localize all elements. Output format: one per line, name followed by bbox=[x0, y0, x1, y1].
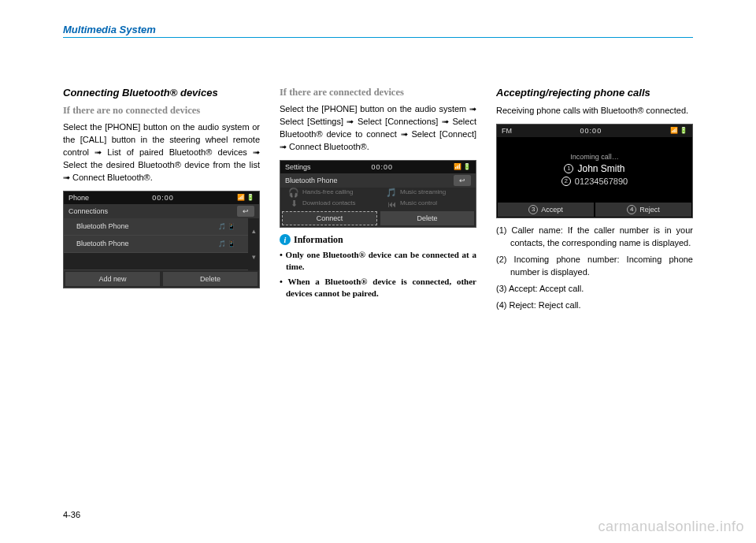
reject-label: Reject bbox=[639, 206, 660, 214]
ss2-subbar: Bluetooth Phone ↩ bbox=[280, 173, 476, 188]
caller-number-row: 2 01234567890 bbox=[561, 177, 628, 186]
heading-connecting: Connecting Bluetooth® devices bbox=[63, 87, 260, 99]
section-title: Multimedia System bbox=[63, 24, 693, 38]
ss1-topbar: Phone 00:00 📶 🔋 bbox=[64, 192, 259, 204]
caller-number: 01234567890 bbox=[575, 177, 628, 186]
accept-label: Accept bbox=[541, 206, 563, 214]
ss2-option-row-2: ⬇ Download contacts ⏮ Music control bbox=[280, 199, 476, 210]
watermark: carmanualsonline.info bbox=[598, 519, 744, 535]
subhead-connected: If there are connected devices bbox=[280, 87, 476, 99]
ss2-option-row-1: 🎧 Hands-free calling 🎵 Music streaming bbox=[280, 188, 476, 199]
phone-audio-icon: 🎵 📱 bbox=[218, 240, 235, 247]
back-icon[interactable]: ↩ bbox=[454, 175, 471, 186]
ss3-topbar: FM 00:00 📶 🔋 bbox=[497, 125, 692, 137]
scroll-up-icon[interactable]: ▴ bbox=[248, 218, 259, 244]
marker-2-icon: 2 bbox=[561, 177, 571, 186]
ss1-row-1[interactable]: Bluetooth Phone 🎵 📱 bbox=[64, 218, 248, 236]
opt-label: Download contacts bbox=[302, 200, 356, 207]
ss1-clock: 00:00 bbox=[89, 194, 237, 202]
ss3-clock: 00:00 bbox=[512, 127, 670, 135]
screenshot-connections: Phone 00:00 📶 🔋 Connections ↩ Bluetooth … bbox=[63, 191, 260, 288]
ss2-clock: 00:00 bbox=[311, 163, 454, 171]
scroll-down-icon[interactable]: ▾ bbox=[248, 244, 259, 270]
music-control-option[interactable]: ⏮ Music control bbox=[378, 199, 476, 210]
download-contacts-option[interactable]: ⬇ Download contacts bbox=[280, 199, 378, 210]
ss1-scroll[interactable]: ▴ ▾ bbox=[248, 218, 259, 270]
ss2-topbar: Settings 00:00 📶 🔋 bbox=[280, 161, 476, 173]
info-icon: i bbox=[280, 234, 291, 245]
ss1-mode-label: Phone bbox=[69, 194, 89, 202]
prev-track-icon: ⏮ bbox=[386, 199, 397, 210]
subhead-no-connected: If there are no connected devices bbox=[63, 105, 260, 117]
download-icon: ⬇ bbox=[288, 199, 299, 210]
legend-4: (4) Reject: Reject call. bbox=[496, 299, 693, 312]
column-2: If there are connected devices Select th… bbox=[280, 87, 476, 316]
ss2-status-icons: 📶 🔋 bbox=[454, 163, 471, 170]
headset-icon: 🎧 bbox=[288, 188, 299, 199]
ss1-row-2[interactable]: Bluetooth Phone 🎵 📱 bbox=[64, 236, 248, 253]
marker-3-icon: 3 bbox=[528, 205, 538, 214]
info-label: Information bbox=[294, 234, 343, 246]
legend-2: (2) Incoming phone number: Incoming phon… bbox=[496, 254, 693, 279]
ss1-subtitle: Connections bbox=[69, 207, 108, 215]
ss1-list: Bluetooth Phone 🎵 📱 Bluetooth Phone 🎵 📱 … bbox=[64, 218, 259, 270]
opt-label: Music streaming bbox=[400, 189, 446, 196]
heading-accepting: Accepting/rejecting phone calls bbox=[496, 87, 693, 99]
info-bullet-1: • Only one Bluetooth® device can be conn… bbox=[280, 249, 476, 273]
connect-button[interactable]: Connect bbox=[282, 211, 377, 225]
accept-button[interactable]: 3 Accept bbox=[498, 203, 594, 217]
music-icon: 🎵 bbox=[386, 188, 397, 199]
ss1-status-icons: 📶 🔋 bbox=[237, 194, 254, 201]
ss3-status-icons: 📶 🔋 bbox=[670, 127, 687, 134]
ss2-subtitle: Bluetooth Phone bbox=[285, 177, 338, 184]
add-new-button[interactable]: Add new bbox=[65, 272, 160, 286]
ss2-mode-label: Settings bbox=[285, 163, 311, 171]
ss1-row-2-label: Bluetooth Phone bbox=[76, 240, 129, 247]
screenshot-bt-phone: Settings 00:00 📶 🔋 Bluetooth Phone ↩ 🎧 H… bbox=[280, 160, 476, 228]
phone-audio-icon: 🎵 📱 bbox=[218, 223, 235, 230]
legend-list: (1) Caller name: If the caller number is… bbox=[496, 225, 693, 312]
incoming-label: Incoming call… bbox=[570, 153, 619, 161]
ss1-button-row: Add new Delete bbox=[64, 270, 259, 288]
delete-button[interactable]: Delete bbox=[163, 272, 258, 286]
opt-label: Hands-free calling bbox=[302, 189, 353, 196]
reject-button[interactable]: 4 Reject bbox=[595, 203, 691, 217]
info-heading: i Information bbox=[280, 234, 476, 246]
column-1: Connecting Bluetooth® devices If there a… bbox=[63, 87, 260, 316]
content-columns: Connecting Bluetooth® devices If there a… bbox=[63, 87, 693, 316]
info-bullet-2: • When a Bluetooth® device is connected,… bbox=[280, 276, 476, 300]
ss3-button-row: 3 Accept 4 Reject bbox=[497, 202, 692, 218]
legend-3: (3) Accept: Accept call. bbox=[496, 283, 693, 296]
marker-1-icon: 1 bbox=[564, 164, 573, 173]
delete-button[interactable]: Delete bbox=[380, 211, 474, 225]
para-connected: Select the [PHONE] button on the audio s… bbox=[280, 103, 476, 154]
music-streaming-option[interactable]: 🎵 Music streaming bbox=[378, 188, 476, 199]
opt-label: Music control bbox=[400, 200, 437, 207]
page-header: Multimedia System bbox=[63, 24, 693, 38]
para-no-connected: Select the [PHONE] button on the audio s… bbox=[63, 121, 260, 184]
ss1-subbar: Connections ↩ bbox=[64, 204, 259, 218]
ss3-body: Incoming call… 1 John Smith 2 0123456789… bbox=[497, 137, 692, 202]
caller-name-row: 1 John Smith bbox=[564, 163, 624, 174]
back-icon[interactable]: ↩ bbox=[237, 206, 254, 217]
marker-4-icon: 4 bbox=[627, 205, 636, 214]
ss1-row-1-label: Bluetooth Phone bbox=[76, 222, 129, 230]
screenshot-incoming-call: FM 00:00 📶 🔋 Incoming call… 1 John Smith… bbox=[496, 124, 693, 218]
handsfree-option[interactable]: 🎧 Hands-free calling bbox=[280, 188, 378, 199]
ss1-row-empty bbox=[64, 253, 248, 270]
column-3: Accepting/rejecting phone calls Receivin… bbox=[496, 87, 693, 316]
para-receiving: Receiving phone calls with Bluetooth® co… bbox=[496, 105, 693, 117]
page-number: 4-36 bbox=[63, 510, 80, 519]
ss2-button-row: Connect Delete bbox=[280, 210, 476, 227]
legend-1: (1) Caller name: If the caller number is… bbox=[496, 225, 693, 250]
ss3-mode-label: FM bbox=[502, 127, 512, 135]
caller-name: John Smith bbox=[577, 163, 624, 174]
